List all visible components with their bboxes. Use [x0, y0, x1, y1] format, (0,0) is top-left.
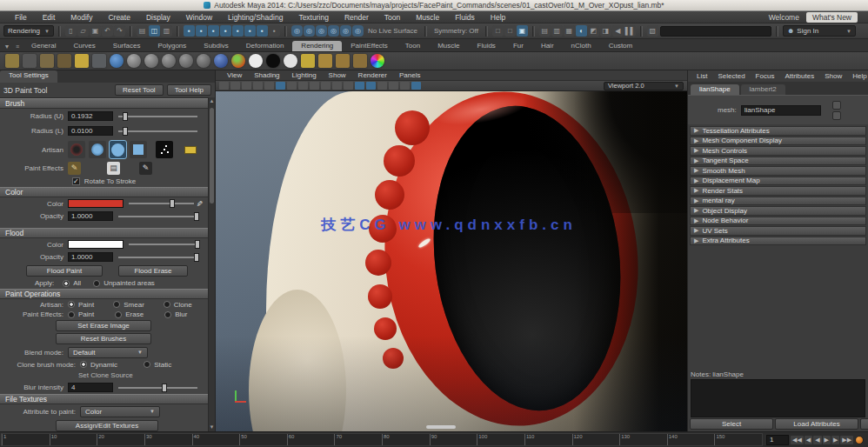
- flood-color-swatch[interactable]: [68, 240, 124, 249]
- viewport-menu-item[interactable]: View: [221, 71, 248, 79]
- shelf-tab[interactable]: Muscle: [429, 41, 468, 51]
- film-gate-icon[interactable]: [287, 82, 297, 90]
- construction-history-icon[interactable]: ▤: [539, 25, 551, 37]
- artisan-op-radio[interactable]: Clone: [164, 301, 192, 309]
- menu-item[interactable]: Window: [178, 13, 220, 22]
- time-tick[interactable]: 40: [192, 434, 240, 445]
- apply-radio[interactable]: Unpainted areas: [93, 279, 155, 287]
- launch-app-icon[interactable]: ◀: [612, 25, 624, 37]
- shelf-tab[interactable]: Subdivs: [195, 41, 237, 51]
- attribute-section-bar[interactable]: ▶ UV Sets: [690, 226, 866, 236]
- shelf-tab[interactable]: nCloth: [563, 41, 600, 51]
- material-sphere-4-icon[interactable]: [179, 54, 193, 68]
- clone-mode-radio[interactable]: Static: [144, 361, 171, 369]
- viewport-menu-item[interactable]: Panels: [393, 71, 426, 79]
- shadows-icon[interactable]: [389, 82, 398, 90]
- eyedropper-icon[interactable]: ✎: [195, 200, 204, 207]
- auto-keyframe-button[interactable]: [855, 436, 864, 444]
- viewport-menu-item[interactable]: Lighting: [286, 71, 323, 79]
- menu-item[interactable]: Display: [138, 13, 178, 22]
- artisan-op-radio[interactable]: Smear: [113, 301, 144, 309]
- gray-material-icon[interactable]: [284, 54, 297, 68]
- radius-u-field[interactable]: 0.1932: [68, 111, 113, 121]
- flood-paint-button[interactable]: Flood Paint: [26, 265, 103, 277]
- mask-misc-icon[interactable]: ▪: [269, 25, 280, 37]
- layout-four-icon[interactable]: □: [504, 25, 516, 37]
- assign-edit-textures-button[interactable]: Assign/Edit Textures: [56, 420, 158, 431]
- white-material-icon[interactable]: [249, 54, 263, 68]
- camera-attributes-icon[interactable]: [242, 82, 251, 90]
- black-material-icon[interactable]: [266, 54, 280, 68]
- shelf-tab[interactable]: Deformation: [237, 41, 293, 51]
- flood-opacity-field[interactable]: 1.0000: [68, 252, 113, 262]
- time-tick[interactable]: 60: [287, 434, 335, 445]
- shelf-tab[interactable]: Curves: [64, 41, 103, 51]
- symmetry-label[interactable]: Symmetry: Off: [431, 27, 481, 35]
- shelf-tab[interactable]: Fur: [504, 41, 532, 51]
- attribute-section-bar[interactable]: ▶ Object Display: [690, 206, 866, 216]
- brush-profile-splatter-icon[interactable]: [156, 141, 173, 158]
- time-tick[interactable]: 100: [477, 434, 524, 445]
- attribute-section-bar[interactable]: ▶ Extra Attributes: [690, 237, 866, 246]
- menu-item[interactable]: File: [7, 13, 35, 22]
- shaded-icon[interactable]: [355, 82, 364, 90]
- viewport-menu-item[interactable]: Renderer: [352, 71, 393, 79]
- sign-in-dropdown[interactable]: ☻Sign In ▼: [783, 25, 856, 37]
- scrollbar-thumb[interactable]: [210, 108, 214, 203]
- hypershade-shelf-icon[interactable]: [75, 54, 89, 68]
- shelf-tab[interactable]: Surfaces: [104, 41, 150, 51]
- render-settings-icon[interactable]: ◩: [588, 25, 599, 37]
- attribute-editor-button[interactable]: Load Attributes: [775, 418, 858, 430]
- flood-color-slider[interactable]: [129, 244, 197, 245]
- time-tick[interactable]: 140: [667, 434, 715, 445]
- time-tick[interactable]: 120: [572, 434, 620, 445]
- image-plane-icon[interactable]: [264, 82, 274, 90]
- make-live-icon[interactable]: ◎: [352, 25, 364, 37]
- paint-tube-icon[interactable]: [336, 54, 350, 68]
- mask-rendering-icon[interactable]: ▪: [257, 25, 268, 37]
- blur-intensity-slider[interactable]: [118, 387, 197, 389]
- open-scene-icon[interactable]: ▱: [77, 25, 89, 37]
- brush-profile-hard-icon[interactable]: [110, 141, 127, 158]
- selection-field-icon[interactable]: ▧: [647, 25, 658, 37]
- grid-icon[interactable]: [276, 82, 285, 90]
- menu-item[interactable]: Modify: [63, 13, 100, 22]
- safe-title-icon[interactable]: [332, 82, 342, 90]
- redo-icon[interactable]: ↷: [114, 25, 125, 37]
- mask-surfaces-icon[interactable]: ▪: [220, 25, 231, 37]
- lock-camera-icon[interactable]: [230, 82, 240, 90]
- new-scene-icon[interactable]: ▯: [65, 25, 77, 37]
- mask-handles-icon[interactable]: ▪: [184, 25, 195, 37]
- artisan-op-radio[interactable]: Paint: [68, 301, 94, 309]
- radius-l-slider[interactable]: [118, 130, 197, 132]
- mask-dynamics-icon[interactable]: ▪: [244, 25, 256, 37]
- material-sphere-5-icon[interactable]: [197, 54, 210, 68]
- select-camera-icon[interactable]: [219, 82, 229, 90]
- paintfx-op-radio[interactable]: Erase: [115, 310, 144, 318]
- time-tick[interactable]: 50: [239, 434, 287, 445]
- attribute-section-bar[interactable]: ▶ Render Stats: [690, 186, 866, 196]
- lasso-tool-icon[interactable]: [57, 54, 71, 68]
- paint-select-tool-icon[interactable]: [5, 54, 19, 68]
- layout-persp-outliner-icon[interactable]: ▣: [517, 25, 528, 37]
- attribute-editor-button[interactable]: Select: [690, 418, 773, 430]
- tool-help-button[interactable]: Tool Help: [167, 84, 211, 96]
- snap-center-icon[interactable]: ◎: [328, 25, 339, 37]
- time-tick[interactable]: 70: [334, 434, 382, 445]
- brush-profile-square-icon[interactable]: [130, 141, 147, 158]
- node-name-field[interactable]: [741, 105, 821, 116]
- paintfx-op-radio[interactable]: Paint: [68, 310, 94, 318]
- reset-brushes-button[interactable]: Reset Brushes: [56, 333, 151, 344]
- color-slider[interactable]: [129, 203, 194, 204]
- snap-curve-icon[interactable]: ◎: [304, 25, 315, 37]
- paint-operations-section-header[interactable]: Paint Operations: [0, 289, 208, 299]
- bookmark-icon[interactable]: [253, 82, 263, 90]
- rotate-to-stroke-checkbox[interactable]: ✓: [72, 177, 80, 185]
- time-slider-track[interactable]: 1102030405060708090100110120130140150: [1, 433, 763, 446]
- scroll-up-icon[interactable]: ▲: [209, 97, 215, 105]
- menu-item[interactable]: Fluids: [447, 13, 483, 22]
- set-clone-source-button[interactable]: Set Clone Source: [78, 371, 133, 379]
- radius-u-slider[interactable]: [118, 116, 197, 117]
- snap-grid-icon[interactable]: ◎: [291, 25, 303, 37]
- color-wheel-icon[interactable]: [371, 54, 384, 68]
